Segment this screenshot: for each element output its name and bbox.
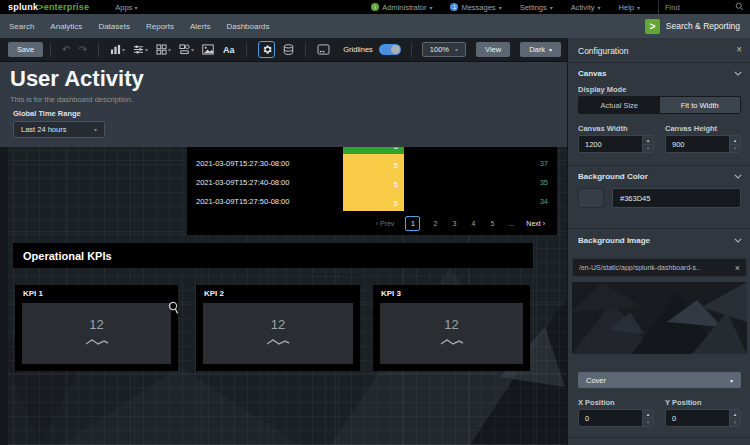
dashboard-title[interactable]: User Activity xyxy=(10,66,144,92)
step-down-icon[interactable]: ▾ xyxy=(730,418,740,427)
apps-menu[interactable]: Apps ▾ xyxy=(115,3,137,12)
x-position-input[interactable] xyxy=(579,410,642,426)
clear-icon[interactable]: × xyxy=(729,263,746,273)
add-shape-button[interactable]: ▾ xyxy=(179,44,194,55)
sparkline-icon xyxy=(440,332,464,350)
stepper-buttons[interactable]: ▴▾ xyxy=(729,136,740,152)
background-color-input[interactable] xyxy=(613,194,723,203)
messages-menu[interactable]: 1Messages▾ xyxy=(450,3,501,12)
divider xyxy=(246,43,247,57)
actual-size-button[interactable]: Actual Size xyxy=(579,97,660,113)
table-pagination: ‹ Prev 1 2 3 4 5 ... Next › xyxy=(187,211,557,235)
add-chart-button[interactable]: ▾ xyxy=(110,44,125,55)
nav-item-datasets[interactable]: Datasets xyxy=(98,22,130,31)
close-icon[interactable]: × xyxy=(736,46,742,56)
heatmap-cell: 5 xyxy=(343,173,404,192)
divider xyxy=(568,165,750,166)
help-menu[interactable]: Help▾ xyxy=(619,3,640,12)
save-button[interactable]: Save xyxy=(8,42,43,57)
chevron-down-icon: ▾ xyxy=(549,46,552,53)
app-identity[interactable]: > Search & Reporting xyxy=(645,19,740,34)
kpi-body: 12 xyxy=(380,303,523,364)
step-up-icon[interactable]: ▴ xyxy=(643,136,653,144)
add-text-button[interactable]: Aa xyxy=(223,45,235,55)
pagination-page-4[interactable]: 4 xyxy=(469,220,477,227)
view-button[interactable]: View xyxy=(476,42,510,57)
add-input-button[interactable]: ▾ xyxy=(133,44,148,55)
nav-item-analytics[interactable]: Analytics xyxy=(50,22,82,31)
pagination-next[interactable]: Next › xyxy=(526,220,545,227)
y-position-input[interactable] xyxy=(666,410,729,426)
user-menu[interactable]: iAdministrator▾ xyxy=(371,3,432,12)
chevron-down-icon: ▾ xyxy=(191,46,194,53)
add-layout-button[interactable]: ▾ xyxy=(156,44,171,55)
pagination-page-3[interactable]: 3 xyxy=(450,220,458,227)
settings-menu[interactable]: Settings▾ xyxy=(520,3,553,12)
pagination-page-5[interactable]: 5 xyxy=(488,220,496,227)
chevron-down-icon xyxy=(734,71,742,76)
step-up-icon[interactable]: ▴ xyxy=(730,410,740,418)
nav-item-reports[interactable]: Reports xyxy=(146,22,174,31)
stepper-buttons[interactable]: ▴▾ xyxy=(642,410,653,426)
add-image-button[interactable] xyxy=(202,44,214,55)
divider xyxy=(411,43,412,57)
dashboard-description[interactable]: This is for the dashboard description. xyxy=(10,95,133,104)
stepper-buttons[interactable]: ▴▾ xyxy=(642,136,653,152)
canvas-section-header[interactable]: Canvas xyxy=(578,69,742,78)
y-position-stepper: ▴▾ xyxy=(665,409,741,427)
data-sources-button[interactable] xyxy=(283,44,294,56)
image-size-dropdown[interactable]: Cover ▾ xyxy=(578,372,741,388)
step-down-icon[interactable]: ▾ xyxy=(643,144,653,153)
canvas-width-input[interactable] xyxy=(579,136,642,152)
defaults-button[interactable] xyxy=(317,44,330,55)
background-image-input[interactable] xyxy=(573,264,729,271)
nav-item-alerts[interactable]: Alerts xyxy=(190,22,210,31)
chevron-down-icon xyxy=(734,174,742,179)
kpi-panel-3[interactable]: KPI 3 12 xyxy=(373,285,530,371)
kpi-panel-1[interactable]: KPI 1 12 xyxy=(15,285,178,371)
chevron-down-icon: ▾ xyxy=(637,4,640,11)
x-position-label: X Position xyxy=(578,398,615,407)
gear-icon xyxy=(261,41,272,59)
background-color-swatch[interactable] xyxy=(578,188,604,208)
zoom-dropdown[interactable]: 100%▾ xyxy=(422,42,466,57)
find-input[interactable] xyxy=(665,3,731,12)
activity-menu[interactable]: Activity▾ xyxy=(571,3,601,12)
events-table-panel[interactable]: 2021-03-09T15:27:20-08:00 5 38 2021-03-0… xyxy=(187,147,557,235)
undo-icon[interactable]: ↶ xyxy=(62,44,70,55)
canvas-height-label: Canvas Height xyxy=(665,124,717,133)
background-image-section-header[interactable]: Background Image xyxy=(578,236,742,245)
redo-icon[interactable]: ↷ xyxy=(79,44,87,55)
editor-toolbar: Save ↶ ↷ ▾ ▾ ▾ ▾ Aa xyxy=(0,38,567,62)
x-position-stepper: ▴▾ xyxy=(578,409,654,427)
kpi-section-header[interactable]: Operational KPIs xyxy=(13,243,533,268)
chevron-down-icon: ▾ xyxy=(122,46,125,53)
step-up-icon[interactable]: ▴ xyxy=(643,410,653,418)
canvas-height-input[interactable] xyxy=(666,136,729,152)
chevron-down-icon: ▾ xyxy=(455,46,458,53)
configuration-button-active[interactable] xyxy=(258,41,275,58)
nav-item-search[interactable]: Search xyxy=(9,22,34,31)
splunk-logo[interactable]: splunk>enterprise xyxy=(8,2,89,12)
chevron-down-icon: ▾ xyxy=(730,377,733,384)
fit-to-width-button[interactable]: Fit to Width xyxy=(660,97,741,113)
nav-item-dashboards[interactable]: Dashboards xyxy=(226,22,269,31)
step-down-icon[interactable]: ▾ xyxy=(730,144,740,153)
canvas-width-label: Canvas Width xyxy=(578,124,628,133)
step-down-icon[interactable]: ▾ xyxy=(643,418,653,427)
kpi-panel-2[interactable]: KPI 2 12 xyxy=(196,285,360,371)
theme-dropdown[interactable]: Dark▾ xyxy=(520,42,561,57)
chevron-down-icon: ▾ xyxy=(134,5,137,11)
pagination-prev[interactable]: ‹ Prev xyxy=(376,220,395,227)
stepper-buttons[interactable]: ▴▾ xyxy=(729,410,740,426)
pagination-page-1[interactable]: 1 xyxy=(405,216,420,231)
gridlines-toggle[interactable] xyxy=(379,44,401,55)
background-color-section-header[interactable]: Background Color xyxy=(578,172,742,181)
pagination-page-2[interactable]: 2 xyxy=(431,220,439,227)
find-search[interactable] xyxy=(658,0,750,14)
dashboard-canvas[interactable]: 2021-03-09T15:27:20-08:00 5 38 2021-03-0… xyxy=(0,147,567,445)
canvas-left-margin xyxy=(0,147,8,445)
mouse-cursor-icon xyxy=(168,301,180,319)
step-up-icon[interactable]: ▴ xyxy=(730,136,740,144)
time-range-dropdown[interactable]: Last 24 hours ▾ xyxy=(13,121,105,138)
